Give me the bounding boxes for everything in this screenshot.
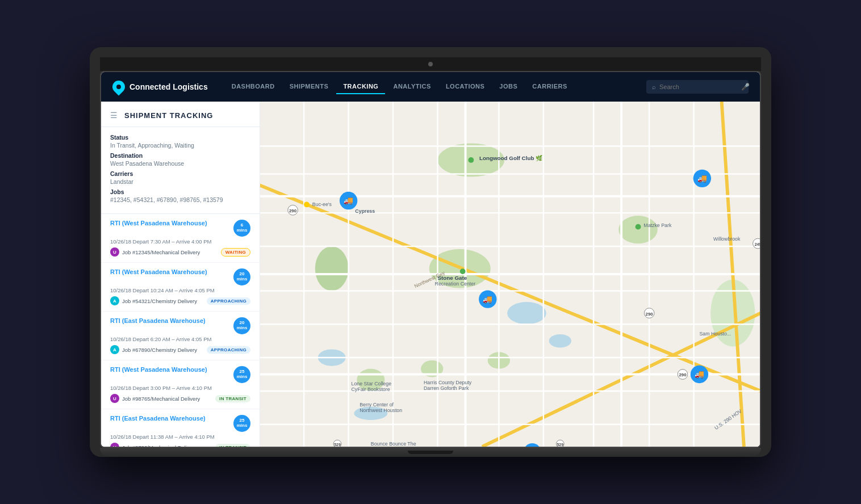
job-avatar: U	[110, 443, 119, 447]
job-avatar: A	[110, 345, 119, 354]
job-info: U Job #98765/Mechanical Delivery	[110, 394, 200, 403]
svg-text:290: 290	[646, 312, 654, 317]
filter-info: StatusIn Transit, Approaching, WaitingDe…	[101, 127, 260, 214]
shipment-name: RTI (East Pasadena Warehouse)	[110, 415, 206, 422]
brand[interactable]: Connected Logistics	[112, 81, 208, 93]
svg-text:Cypress: Cypress	[355, 208, 375, 214]
filter-icon[interactable]: ☰	[110, 111, 118, 120]
microphone-icon[interactable]: 🎤	[741, 83, 750, 91]
filter-status: StatusIn Transit, Approaching, Waiting	[110, 134, 250, 149]
svg-point-10	[507, 302, 546, 324]
svg-point-54	[460, 268, 466, 274]
svg-text:Bounce Bounce The: Bounce Bounce The	[371, 441, 416, 447]
svg-text:529: 529	[334, 443, 341, 447]
svg-text:Berry Center of: Berry Center of	[360, 402, 394, 408]
job-avatar: U	[110, 394, 119, 403]
search-input[interactable]	[659, 83, 738, 90]
time-badge: 20 mins	[233, 268, 250, 285]
shipment-date: 10/26/18 Depart 10:24 AM – Arrive 4:05 P…	[110, 287, 250, 293]
nav-link-shipments[interactable]: SHIPMENTS	[283, 79, 336, 94]
svg-point-52	[636, 224, 641, 230]
job-text: Job #9786/Mechanical Delivery	[122, 444, 197, 447]
job-info: A Job #54321/Chemistry Delivery	[110, 296, 197, 305]
shipment-date: 10/26/18 Depart 11:38 AM – Arrive 4:10 P…	[110, 434, 250, 440]
brand-logo-icon	[110, 78, 127, 95]
shipment-item[interactable]: RTI (West Pasadena Warehouse) 6 mins 10/…	[101, 214, 260, 263]
svg-text:CyFair Bookstore: CyFair Bookstore	[352, 387, 390, 392]
time-badge: 6 mins	[233, 220, 250, 237]
svg-point-50	[304, 202, 310, 208]
svg-text:🚚: 🚚	[483, 295, 493, 304]
shipment-name: RTI (West Pasadena Warehouse)	[110, 366, 207, 373]
svg-text:🚚: 🚚	[344, 196, 354, 205]
main-content: ☰ SHIPMENT TRACKING StatusIn Transit, Ap…	[101, 102, 760, 447]
shipment-item[interactable]: RTI (West Pasadena Warehouse) 20 mins 10…	[101, 263, 260, 312]
brand-name: Connected Logistics	[129, 82, 208, 91]
svg-text:290: 290	[679, 372, 687, 377]
nav-link-jobs[interactable]: JOBS	[492, 79, 524, 94]
search-icon: ⌕	[652, 83, 656, 90]
svg-text:Lone Star College: Lone Star College	[352, 381, 392, 387]
time-badge: 25 mins	[233, 415, 250, 432]
svg-text:Longwood Golf Club 🌿: Longwood Golf Club 🌿	[479, 154, 543, 162]
svg-text:529: 529	[557, 443, 564, 447]
svg-text:290: 290	[289, 208, 297, 213]
job-avatar: A	[110, 296, 119, 305]
job-text: Job #67890/Chemistry Delivery	[122, 347, 197, 353]
status-badge: IN TRANSIT	[215, 444, 250, 447]
job-text: Job #12345/Mechanical Delivery	[122, 249, 200, 255]
sidebar: ☰ SHIPMENT TRACKING StatusIn Transit, Ap…	[101, 102, 260, 447]
map-area: 290 249 290 290 Northwest Fwy	[260, 102, 760, 447]
svg-point-7	[315, 246, 349, 291]
sidebar-header: ☰ SHIPMENT TRACKING	[101, 102, 260, 127]
nav-link-dashboard[interactable]: DASHBOARD	[225, 79, 282, 94]
svg-point-48	[468, 157, 474, 163]
shipment-item[interactable]: RTI (West Pasadena Warehouse) 25 mins 10…	[101, 360, 260, 409]
map-svg: 290 249 290 290 Northwest Fwy	[260, 102, 760, 447]
sidebar-title: SHIPMENT TRACKING	[124, 111, 213, 120]
job-text: Job #98765/Mechanical Delivery	[122, 396, 200, 402]
shipment-name: RTI (West Pasadena Warehouse)	[110, 268, 207, 275]
shipment-date: 10/26/18 Depart 7:30 AM – Arrive 4:00 PM	[110, 238, 250, 245]
time-badge: 25 mins	[233, 366, 250, 383]
svg-point-11	[549, 334, 571, 348]
svg-text:249: 249	[755, 242, 760, 246]
job-info: A Job #67890/Chemistry Delivery	[110, 345, 197, 354]
nav-link-tracking[interactable]: TRACKING	[336, 79, 385, 94]
nav-link-locations[interactable]: LOCATIONS	[439, 79, 491, 94]
svg-text:Northwest Houston: Northwest Houston	[360, 408, 402, 413]
shipment-item[interactable]: RTI (East Pasadena Warehouse) 25 mins 10…	[101, 409, 260, 447]
svg-text:Sam Housto...: Sam Housto...	[699, 331, 731, 337]
job-text: Job #54321/Chemistry Delivery	[122, 298, 197, 304]
svg-text:Recreation Center: Recreation Center	[435, 281, 476, 287]
shipment-name: RTI (East Pasadena Warehouse)	[110, 317, 206, 324]
status-badge: APPROACHING	[207, 297, 250, 305]
svg-text:Stone Gate: Stone Gate	[438, 275, 467, 281]
svg-text:🚚: 🚚	[695, 369, 705, 379]
shipment-date: 10/26/18 Depart 3:00 PM – Arrive 4:10 PM	[110, 385, 250, 391]
status-badge: APPROACHING	[207, 346, 250, 354]
status-badge: WAITING	[221, 248, 250, 257]
shipment-name: RTI (West Pasadena Warehouse)	[110, 220, 207, 226]
nav-link-carriers[interactable]: CARRIERS	[525, 79, 574, 94]
filter-carriers: CarriersLandstar	[110, 170, 250, 185]
filter-jobs: Jobs#12345, #54321, #67890, #98765, #135…	[110, 188, 250, 203]
nav-link-analytics[interactable]: ANALYTICS	[386, 79, 437, 94]
svg-text:Buc-ee's: Buc-ee's	[312, 201, 332, 207]
svg-text:Darren Goforth Park: Darren Goforth Park	[424, 385, 469, 391]
svg-text:Harris County Deputy: Harris County Deputy	[424, 380, 472, 385]
job-info: U Job #12345/Mechanical Delivery	[110, 247, 200, 257]
svg-text:Willowbrook: Willowbrook	[713, 236, 741, 242]
shipment-date: 10/26/18 Depart 6:20 AM – Arrive 4:05 PM	[110, 336, 250, 342]
svg-text:Matzke Park: Matzke Park	[643, 222, 672, 228]
search-bar[interactable]: ⌕ 🎤	[646, 80, 749, 94]
filter-destination: DestinationWest Pasadena Warehouse	[110, 152, 250, 167]
time-badge: 20 mins	[233, 317, 250, 334]
shipment-list: RTI (West Pasadena Warehouse) 6 mins 10/…	[101, 214, 260, 447]
status-badge: IN TRANSIT	[215, 395, 250, 402]
job-info: U Job #9786/Mechanical Delivery	[110, 443, 197, 447]
job-avatar: U	[110, 247, 119, 257]
shipment-item[interactable]: RTI (East Pasadena Warehouse) 20 mins 10…	[101, 312, 260, 360]
nav-links: DASHBOARDSHIPMENTSTRACKINGANALYTICSLOCAT…	[225, 79, 646, 94]
navbar: Connected Logistics DASHBOARDSHIPMENTSTR…	[101, 72, 760, 102]
